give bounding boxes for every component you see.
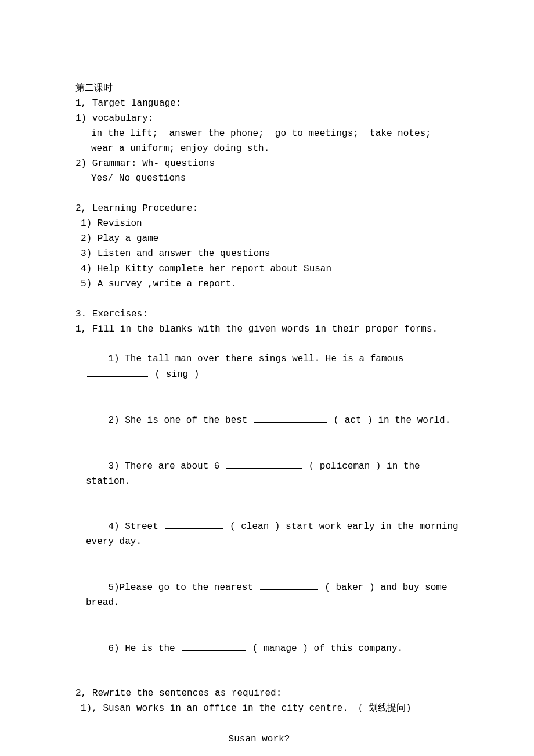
q1-text-a: 1) The tall man over there sings well. H… [108,354,409,364]
blank-input[interactable] [87,367,148,377]
grammar-label: 2) Grammar: Wh- questions [75,157,459,172]
vocab-label: 1) vocabulary: [75,111,459,127]
q1-text-b: ( sing ) [149,369,199,380]
blank-input[interactable] [260,580,318,590]
section3-heading: 3. Exercises: [75,307,459,322]
lesson2-title: 第二课时 [75,81,459,96]
fill-q2: 2) She is one of the best ( act ) in the… [75,398,459,444]
fill-q3: 3) There are about 6 ( policeman ) in th… [75,444,459,505]
section1-heading: 1, Target language: [75,96,459,111]
rewrite-q1-ans: Susan work? [75,717,459,756]
fill-q6: 6) He is the ( manage ) of this company. [75,626,459,672]
blank-input[interactable] [165,519,223,529]
fill-q4: 4) Street ( clean ) start work early in … [75,504,459,565]
proc-item-4: 4) Help Kitty complete her report about … [75,262,459,277]
vocab-line1: in the lift; answer the phone; go to mee… [75,127,459,142]
grammar-line2: Yes/ No questions [75,171,459,186]
q6-text-a: 6) He is the [108,643,181,654]
fill-q5: 5)Please go to the nearest ( baker ) and… [75,565,459,626]
proc-item-2: 2) Play a game [75,232,459,247]
q2-text-a: 2) She is one of the best [108,415,253,426]
q3-text-a: 3) There are about 6 [108,461,225,471]
proc-item-3: 3) Listen and answer the questions [75,247,459,262]
section2-heading: 2, Learning Procedure: [75,201,459,217]
blank-input[interactable] [226,459,302,469]
fill-q1: 1) The tall man over there sings well. H… [75,337,459,398]
r1b-text: Susan work? [223,734,290,744]
q4-text-a: 4) Street [108,521,164,532]
blank-line [75,292,459,307]
rewrite-q1: 1), Susan works in an office in the city… [75,701,459,717]
blank-input[interactable] [254,413,327,423]
proc-item-5: 5) A survey ,write a report. [75,277,459,292]
blank-input[interactable] [182,641,246,651]
blank-line [75,186,459,201]
blank-input[interactable] [109,732,161,741]
blank-input[interactable] [169,732,222,741]
part1-heading: 1, Fill in the blanks with the given wor… [75,322,459,337]
page-container: 第二课时 1, Target language: 1) vocabulary: … [0,0,534,756]
proc-item-1: 1) Revision [75,217,459,232]
q2-text-b: ( act ) in the world. [328,415,450,426]
part2-heading: 2, Rewrite the sentences as required: [75,686,459,701]
q6-text-b: ( manage ) of this company. [247,643,403,654]
blank-line [75,671,459,686]
vocab-line2: wear a uniform; enjoy doing sth. [75,142,459,157]
q5-text-a: 5)Please go to the nearest [108,582,258,593]
